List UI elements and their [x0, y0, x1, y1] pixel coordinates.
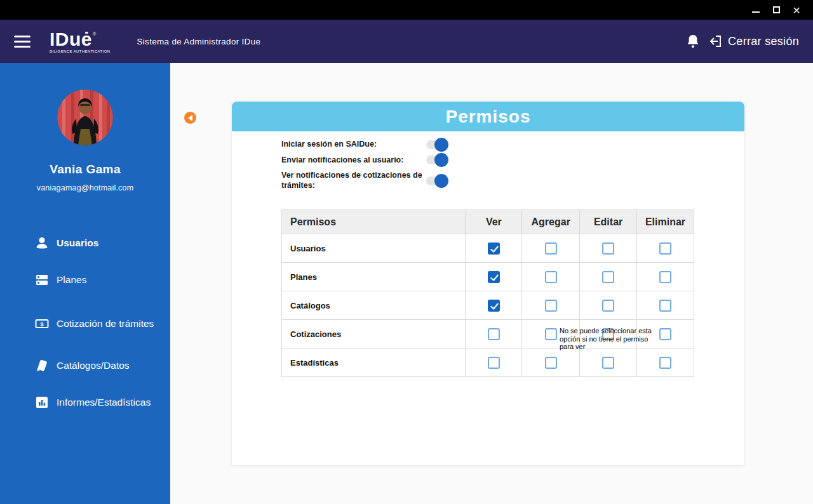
checkbox-estadisticas-ver[interactable]: [488, 357, 500, 369]
column-header-permisos: Permisos: [282, 210, 466, 234]
toggle-iniciar-sesion[interactable]: [426, 140, 447, 149]
sidebar: Vania Gama vaniagamag@hotmail.com Usuari…: [0, 63, 170, 504]
registered-mark: ®: [93, 32, 96, 36]
row-label: Planes: [282, 263, 466, 291]
checkbox-catalogos-eliminar[interactable]: [659, 300, 671, 312]
checkbox-catalogos-editar[interactable]: [602, 300, 614, 312]
logout-button[interactable]: Cerrar sesión: [709, 34, 799, 48]
toggle-label: Enviar notificaciones al usuario:: [281, 156, 426, 166]
column-header-editar: Editar: [580, 210, 637, 234]
column-header-agregar: Agregar: [522, 210, 580, 234]
table-header-row: Permisos Ver Agregar Editar Eliminar: [282, 210, 694, 234]
toggle-row: Enviar notificaciones al usuario:: [281, 156, 744, 166]
permissions-table: Permisos Ver Agregar Editar Eliminar Usu…: [281, 209, 694, 377]
close-icon: ×: [793, 4, 800, 17]
panel-title: Permisos: [445, 107, 530, 127]
checkbox-estadisticas-eliminar[interactable]: [659, 357, 671, 369]
checkbox-estadisticas-agregar[interactable]: [545, 357, 557, 369]
main-content: Permisos Iniciar sesión en SAIDue: Envia…: [170, 63, 813, 504]
column-header-ver: Ver: [466, 210, 522, 234]
sidebar-item-catalogos[interactable]: Catálogos/Datos: [0, 353, 170, 378]
row-label: Cotizaciones: [282, 320, 466, 348]
permissions-panel: Permisos Iniciar sesión en SAIDue: Envia…: [232, 102, 744, 465]
sidebar-item-planes[interactable]: Planes: [0, 267, 170, 293]
checkbox-planes-ver[interactable]: [488, 271, 500, 283]
checkbox-planes-editar[interactable]: [602, 271, 614, 283]
sidebar-item-label: Usuarios: [57, 237, 98, 249]
checkbox-planes-agregar[interactable]: [545, 271, 557, 283]
checkbox-usuarios-ver[interactable]: [488, 242, 500, 255]
table-row-usuarios: Usuarios: [282, 234, 694, 263]
app-logo: IDuė® DILIGENCE AUTHENTICATION: [50, 30, 111, 53]
checkbox-estadisticas-editar[interactable]: [602, 357, 614, 369]
user-icon: [34, 235, 50, 251]
row-label: Estadísticas: [282, 348, 466, 377]
bar-chart-icon: [34, 395, 50, 410]
checkbox-usuarios-editar[interactable]: [602, 242, 614, 255]
column-header-eliminar: Eliminar: [637, 210, 694, 234]
row-label: Usuarios: [282, 234, 466, 263]
sidebar-item-label: Cotización de trámites: [57, 317, 154, 330]
toggle-label: Ver notificaciones de cotizaciones de tr…: [281, 171, 426, 190]
checkbox-cotizaciones-eliminar[interactable]: [659, 328, 671, 340]
user-name: Vania Gama: [0, 162, 170, 176]
toggle-enviar-notificaciones[interactable]: [426, 156, 447, 164]
sidebar-item-label: Catálogos/Datos: [57, 359, 130, 372]
bell-icon[interactable]: [686, 34, 700, 49]
sidebar-item-usuarios[interactable]: Usuarios: [0, 230, 170, 256]
app-title: Sistema de Administrador IDue: [137, 37, 261, 46]
table-row-estadisticas: Estadísticas: [282, 348, 694, 377]
menu-icon[interactable]: [14, 36, 30, 48]
checkbox-usuarios-agregar[interactable]: [545, 242, 557, 255]
checkbox-cotizaciones-ver[interactable]: [488, 328, 500, 340]
logo-text: IDuė: [50, 29, 92, 50]
sidebar-nav: Usuarios Planes $ Cotización de trámites: [0, 230, 170, 415]
quote-icon: $: [34, 316, 50, 331]
avatar: [57, 90, 113, 145]
app-header: IDuė® DILIGENCE AUTHENTICATION Sistema d…: [0, 20, 813, 63]
close-button[interactable]: ×: [786, 0, 807, 20]
maximize-icon: [773, 6, 780, 13]
sidebar-item-informes[interactable]: Informes/Estadísticas: [0, 390, 170, 415]
table-row-planes: Planes: [282, 263, 694, 291]
checkbox-cotizaciones-editar[interactable]: [602, 328, 614, 340]
checkbox-catalogos-agregar[interactable]: [545, 300, 557, 312]
back-button[interactable]: [184, 112, 196, 124]
toggle-row: Iniciar sesión en SAIDue:: [281, 140, 744, 150]
maximize-button[interactable]: [766, 0, 786, 20]
plans-icon: [34, 272, 50, 288]
toggle-row: Ver notificaciones de cotizaciones de tr…: [281, 171, 744, 190]
sidebar-item-cotizacion[interactable]: $ Cotización de trámites: [0, 308, 170, 340]
window-title-bar: ×: [0, 0, 813, 20]
checkbox-planes-eliminar[interactable]: [659, 271, 671, 283]
minimize-button[interactable]: [746, 0, 766, 20]
minimize-icon: [752, 11, 760, 13]
toggle-label: Iniciar sesión en SAIDue:: [281, 140, 426, 150]
catalog-icon: [34, 358, 50, 373]
panel-header: Permisos: [232, 102, 744, 131]
back-arrow-icon: [188, 115, 192, 121]
checkbox-usuarios-eliminar[interactable]: [659, 242, 671, 255]
row-label: Catálogos: [282, 291, 466, 320]
user-email: vaniagamag@hotmail.com: [0, 183, 170, 192]
toggle-ver-notificaciones[interactable]: [426, 176, 447, 185]
checkbox-catalogos-ver[interactable]: [488, 300, 500, 312]
checkbox-cotizaciones-agregar[interactable]: [545, 328, 557, 340]
table-row-cotizaciones: Cotizaciones: [282, 320, 694, 348]
logout-icon: [709, 34, 723, 48]
sidebar-item-label: Informes/Estadísticas: [57, 396, 151, 409]
logout-label: Cerrar sesión: [728, 35, 799, 48]
sidebar-item-label: Planes: [57, 274, 86, 286]
svg-text:$: $: [40, 321, 43, 328]
toggle-list: Iniciar sesión en SAIDue: Enviar notific…: [232, 131, 744, 191]
logo-tagline: DILIGENCE AUTHENTICATION: [50, 50, 111, 53]
table-row-catalogos: Catálogos: [282, 291, 694, 320]
